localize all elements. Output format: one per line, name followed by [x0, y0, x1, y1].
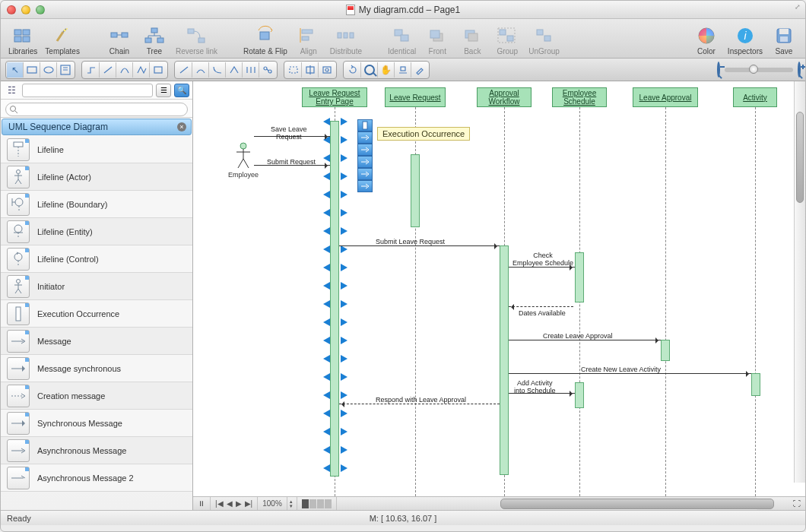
selection-handle[interactable]	[341, 282, 351, 290]
selection-handle[interactable]	[341, 191, 351, 198]
selection-handle[interactable]	[319, 282, 330, 290]
toolbar-libraries[interactable]: Libraries	[5, 21, 40, 57]
selection-handle[interactable]	[319, 118, 330, 125]
close-button[interactable]	[7, 5, 16, 14]
selection-handle[interactable]	[319, 337, 330, 344]
selection-handle[interactable]	[341, 318, 351, 326]
line-tool-4[interactable]	[226, 62, 243, 78]
message-arrow[interactable]	[509, 267, 575, 268]
connector-2[interactable]	[100, 62, 116, 78]
selection-handle[interactable]	[341, 337, 351, 344]
selection-handle[interactable]	[319, 173, 330, 180]
page-nav[interactable]: |◀◀▶▶|	[211, 497, 258, 511]
library-item[interactable]: Execution Occurrence	[1, 300, 192, 328]
toolbar-color[interactable]: Color	[690, 21, 723, 57]
snap-tool-2[interactable]	[302, 62, 319, 78]
activation-bar[interactable]	[500, 245, 509, 475]
zoom-button[interactable]	[36, 5, 45, 14]
selection-handle[interactable]	[341, 245, 351, 253]
pointer-tool[interactable]: ↖	[7, 62, 24, 78]
message-arrow[interactable]	[509, 340, 661, 340]
lifeline-head[interactable]: ApprovalWorkflow	[477, 87, 532, 107]
activation-bar[interactable]	[661, 340, 670, 361]
selection-handle[interactable]	[341, 118, 351, 125]
rect-tool[interactable]	[24, 62, 40, 78]
selection-handle[interactable]	[341, 428, 351, 435]
selection-handle[interactable]	[319, 318, 330, 326]
library-item[interactable]: Synchronous Message	[1, 410, 192, 437]
toolbar-templates[interactable]: Templates	[42, 21, 83, 57]
view-zoom[interactable]	[361, 62, 378, 78]
line-tool-5[interactable]	[243, 62, 259, 78]
snap-tool-1[interactable]	[285, 62, 302, 78]
activation-bar[interactable]	[411, 154, 420, 227]
library-item[interactable]: Lifeline (Boundary)	[1, 191, 192, 218]
activation-bar[interactable]	[330, 121, 339, 477]
view-rotate[interactable]	[344, 62, 361, 78]
selection-handle[interactable]	[319, 446, 330, 454]
smart-insert-option[interactable]	[357, 168, 373, 180]
smart-insert-option[interactable]	[357, 131, 373, 144]
selection-handle[interactable]	[341, 227, 351, 235]
snap-tool-3[interactable]	[319, 62, 335, 78]
selection-handle[interactable]	[341, 154, 351, 162]
selection-handle[interactable]	[319, 391, 330, 399]
message-arrow[interactable]	[339, 245, 500, 246]
search-button[interactable]: 🔍	[174, 84, 189, 97]
selection-handle[interactable]	[319, 154, 330, 162]
library-item[interactable]: Asynchronous Message 2	[1, 464, 192, 492]
selection-handle[interactable]	[319, 245, 330, 253]
sidebar-search-input[interactable]	[5, 103, 188, 116]
selection-handle[interactable]	[319, 355, 330, 363]
selection-handle[interactable]	[341, 373, 351, 381]
ellipse-tool[interactable]	[40, 62, 57, 78]
library-item[interactable]: Message synchronous	[1, 355, 192, 382]
tree-toggle-icon[interactable]: ☷	[4, 84, 19, 97]
line-tool-1[interactable]	[176, 62, 192, 78]
selection-handle[interactable]	[341, 391, 351, 399]
library-header[interactable]: UML Sequence Diagram ×	[2, 119, 192, 135]
zoom-value[interactable]: 100%	[258, 497, 287, 511]
selection-handle[interactable]	[341, 264, 351, 271]
lifeline-line[interactable]	[755, 107, 756, 496]
lifeline-head[interactable]: Leave Approval	[633, 87, 698, 107]
fullscreen-icon[interactable]: ⤢	[795, 4, 801, 10]
line-tool-6[interactable]	[259, 62, 276, 78]
selection-handle[interactable]	[319, 191, 330, 198]
zoom-in-icon[interactable]	[798, 63, 801, 77]
library-item[interactable]: Lifeline (Actor)	[1, 163, 192, 191]
lifeline-head[interactable]: EmployeeSchedule	[552, 87, 607, 107]
connector-4[interactable]	[133, 62, 150, 78]
activation-bar[interactable]	[751, 373, 760, 396]
lifeline-line[interactable]	[665, 107, 666, 496]
pause-icon[interactable]: ⏸	[193, 497, 211, 511]
page-tabs[interactable]	[297, 497, 337, 511]
library-item[interactable]: Message	[1, 328, 192, 355]
selection-handle[interactable]	[319, 464, 330, 472]
selection-handle[interactable]	[341, 209, 351, 217]
smart-insert-option[interactable]	[357, 119, 373, 131]
selection-handle[interactable]	[319, 428, 330, 435]
lifeline-head[interactable]: Leave RequestEntry Page	[302, 87, 367, 107]
toolbar-rotate-flip[interactable]: Rotate & Flip	[240, 21, 290, 57]
vertical-scrollbar[interactable]	[794, 81, 805, 483]
selection-handle[interactable]	[341, 173, 351, 180]
selection-handle[interactable]	[319, 227, 330, 235]
selection-handle[interactable]	[319, 373, 330, 381]
view-stamp[interactable]	[395, 62, 411, 78]
toolbar-save[interactable]: Save	[767, 21, 801, 57]
library-item[interactable]: Lifeline	[1, 136, 192, 163]
message-arrow[interactable]	[509, 306, 573, 307]
canvas[interactable]: Leave RequestEntry PageLeave RequestAppr…	[193, 81, 805, 496]
selection-handle[interactable]	[319, 410, 330, 417]
library-item[interactable]: Lifeline (Control)	[1, 245, 192, 273]
selection-handle[interactable]	[341, 300, 351, 308]
selection-handle[interactable]	[341, 355, 351, 363]
activation-bar[interactable]	[575, 382, 584, 408]
minimize-button[interactable]	[21, 5, 30, 14]
view-hand[interactable]: ✋	[378, 62, 395, 78]
zoom-out-icon[interactable]	[717, 63, 720, 77]
library-item[interactable]: Asynchronous Message	[1, 437, 192, 464]
library-item[interactable]: Lifeline (Entity)	[1, 218, 192, 245]
library-item[interactable]: Creation message	[1, 382, 192, 410]
